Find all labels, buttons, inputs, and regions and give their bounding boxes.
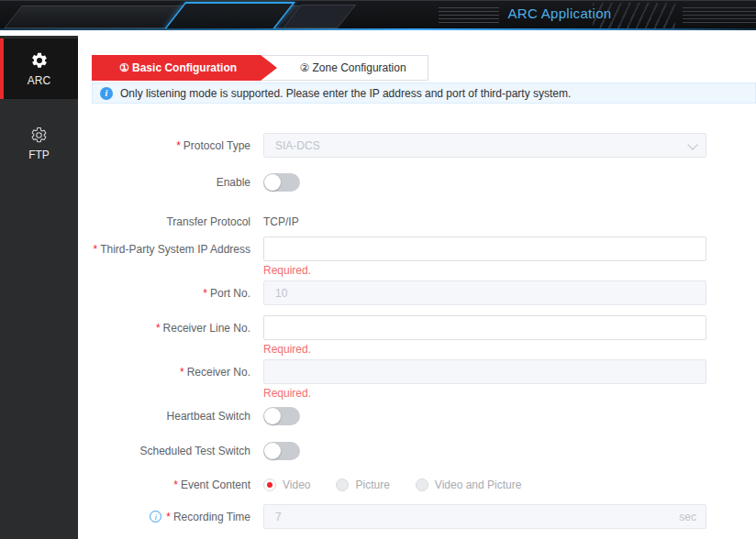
form-row-ip-address: * Third-Party System IP Address — [92, 236, 756, 261]
transfer-protocol-label: Transfer Protocol — [166, 215, 250, 228]
enable-toggle[interactable] — [263, 173, 300, 192]
radio-picture[interactable]: Picture — [336, 478, 389, 491]
radio-video-and-picture[interactable]: Video and Picture — [416, 478, 522, 491]
info-banner-text: Only listening mode is supported. Please… — [120, 87, 571, 100]
receiver-line-no-error: Required. — [263, 343, 311, 356]
required-asterisk: * — [156, 322, 161, 335]
scheduled-test-toggle[interactable] — [263, 442, 300, 460]
radio-button-icon — [336, 478, 349, 491]
scheduled-test-switch-label: Scheduled Test Switch — [139, 445, 250, 457]
form-row-receiver-no: * Receiver No. — [92, 359, 756, 384]
app-header: ARC Application — [0, 0, 756, 30]
heartbeat-switch-label: Heartbeat Switch — [167, 410, 250, 423]
radio-button-icon — [416, 478, 428, 491]
receiver-no-label: Receiver No. — [187, 366, 250, 379]
recording-time-input[interactable] — [263, 504, 706, 529]
form-row-heartbeat-switch: Heartbeat Switch — [92, 407, 756, 425]
form-row-receiver-line-no: * Receiver Line No. — [92, 315, 756, 340]
event-content-label: Event Content — [181, 478, 250, 491]
app-title: ARC Application — [459, 6, 661, 21]
sidebar: ARC FTP — [0, 36, 78, 539]
ip-address-error-row: Required. — [92, 264, 756, 278]
sidebar-item-arc[interactable]: ARC — [0, 38, 78, 99]
receiver-line-no-error-row: Required. — [92, 343, 756, 357]
tab-basic-configuration[interactable]: ① Basic Configuration — [92, 55, 277, 81]
gear-icon — [30, 51, 49, 70]
protocol-type-select[interactable] — [263, 133, 706, 158]
header-decor-stripes — [683, 7, 756, 25]
radio-video[interactable]: Video — [263, 478, 310, 491]
required-asterisk: * — [176, 139, 181, 152]
port-no-input[interactable] — [263, 280, 706, 305]
receiver-no-input[interactable] — [263, 359, 706, 384]
receiver-no-error: Required. — [263, 387, 311, 400]
required-asterisk: * — [93, 243, 97, 256]
required-asterisk: * — [203, 287, 207, 300]
required-asterisk: * — [173, 478, 178, 491]
ip-address-input[interactable] — [263, 236, 706, 261]
receiver-no-error-row: Required. — [92, 387, 756, 401]
sidebar-item-label: ARC — [28, 74, 50, 87]
recording-time-label: Recording Time — [173, 511, 250, 523]
radio-button-icon — [263, 478, 276, 491]
protocol-type-label: Protocol Type — [183, 139, 250, 152]
ip-address-error: Required. — [263, 264, 311, 277]
required-asterisk: * — [166, 511, 171, 523]
event-content-radio-group: Video Picture Video and Picture — [263, 478, 521, 491]
info-tooltip-icon[interactable]: i — [150, 511, 161, 522]
sidebar-item-ftp[interactable]: FTP — [0, 114, 78, 174]
arc-configuration-form: * Protocol Type Enable Transfer Pro — [92, 133, 756, 529]
transfer-protocol-value: TCP/IP — [263, 215, 299, 228]
ip-address-label: Third-Party System IP Address — [100, 243, 250, 256]
form-row-protocol-type: * Protocol Type — [92, 133, 756, 158]
info-icon: i — [100, 87, 113, 100]
recording-time-unit: sec — [679, 511, 696, 523]
info-banner: i Only listening mode is supported. Plea… — [92, 82, 756, 104]
form-row-transfer-protocol: Transfer Protocol TCP/IP — [92, 215, 756, 228]
tab-zone-configuration[interactable]: ② Zone Configuration — [259, 55, 428, 81]
form-row-recording-time: i * Recording Time sec — [92, 504, 756, 529]
main-content: ② Zone Configuration ① Basic Configurati… — [78, 36, 756, 539]
form-row-event-content: * Event Content Video Picture Video and … — [92, 478, 756, 491]
form-row-enable: Enable — [92, 173, 756, 192]
header-decor-blue-panel — [163, 2, 295, 30]
form-row-port-no: * Port No. — [92, 280, 756, 305]
form-row-scheduled-test-switch: Scheduled Test Switch — [92, 442, 756, 460]
receiver-line-no-input[interactable] — [263, 315, 706, 340]
heartbeat-toggle[interactable] — [263, 407, 300, 425]
required-asterisk: * — [180, 366, 184, 379]
sidebar-item-label: FTP — [28, 148, 50, 161]
tab-bar: ② Zone Configuration ① Basic Configurati… — [92, 55, 756, 81]
receiver-line-no-label: Receiver Line No. — [163, 322, 250, 335]
enable-label: Enable — [217, 176, 250, 189]
gear-icon — [30, 126, 48, 144]
port-no-label: Port No. — [210, 287, 250, 300]
header-accent-line — [0, 28, 756, 30]
